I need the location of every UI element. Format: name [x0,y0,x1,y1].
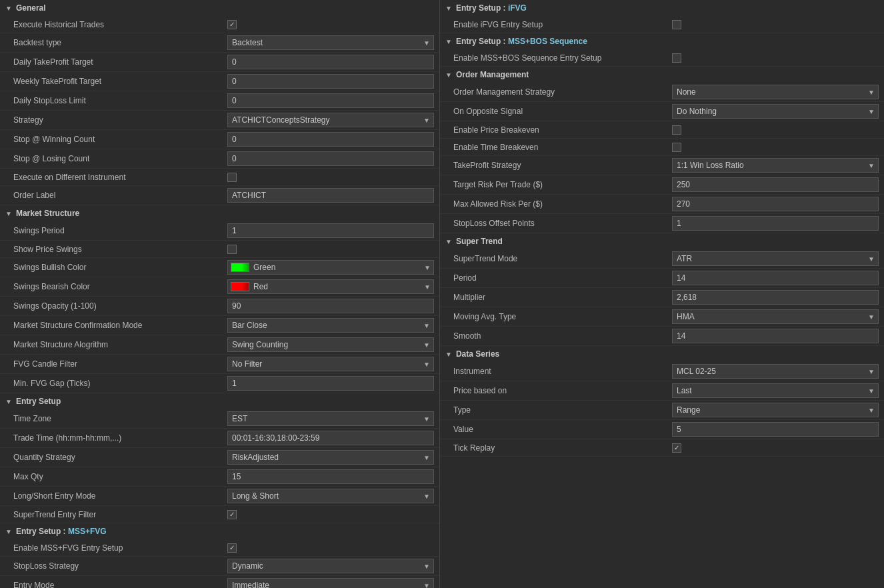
section-content-super-trend: SuperTrend ModeATR▼PeriodMultiplierMovin… [440,249,884,346]
row: Entry ModeImmediate▼ [0,576,439,588]
text-input[interactable] [227,132,434,147]
select-input[interactable]: Immediate [227,578,434,588]
section-header-entry-setup-mssbos[interactable]: ▼Entry Setup : MSS+BOS Sequence [440,33,884,49]
row-label: Show Price Swings [13,245,227,254]
collapse-arrow-icon: ▼ [445,71,452,79]
row: Tick Replay [440,439,884,457]
row: TypeRange▼ [440,401,884,420]
section-content-market-structure: Swings PeriodShow Price SwingsSwings Bul… [0,221,439,393]
text-input[interactable] [227,151,434,166]
select-input[interactable]: Do Nothing [672,104,879,119]
checkbox[interactable] [672,53,681,63]
text-input[interactable] [227,93,434,108]
section-header-entry-setup-ifvg[interactable]: ▼Entry Setup : iFVG [440,0,884,16]
text-input[interactable] [227,223,434,238]
green-swatch [231,263,249,272]
color-select[interactable]: Red▼ [227,279,434,294]
row-label: Time Zone [13,414,227,423]
row: Target Risk Per Trade ($) [440,175,884,195]
section-header-order-management[interactable]: ▼Order Management [440,67,884,83]
text-input[interactable] [227,188,434,203]
row: Max Allowed Risk Per ($) [440,195,884,214]
select-input[interactable]: EST [227,411,434,426]
row-value [227,431,434,445]
row: Weekly TakeProfit Target [0,72,439,91]
text-input[interactable] [227,299,434,313]
row: Order Management StrategyNone▼ [440,83,884,102]
row: Swings Opacity (1-100) [0,297,439,316]
row-value [227,543,434,553]
checkbox[interactable] [672,443,681,453]
row-value [227,20,434,29]
select-input[interactable]: HMA [672,309,879,324]
section-title: Market Structure [16,209,79,218]
checkbox[interactable] [227,543,237,553]
color-select[interactable]: Green▼ [227,260,434,275]
row-value: Immediate▼ [227,578,434,588]
row-value [672,443,879,453]
row-value [227,469,434,484]
checkbox[interactable] [227,20,237,29]
select-input[interactable]: Dynamic [227,559,434,573]
section-header-entry-setup[interactable]: ▼Entry Setup [0,393,439,409]
select-input[interactable]: RiskAdjusted [227,450,434,465]
checkbox[interactable] [227,173,237,182]
row: Execute on Different Instrument [0,169,439,186]
section-header-market-structure[interactable]: ▼Market Structure [0,205,439,221]
select-input[interactable]: Long & Short [227,489,434,503]
text-input[interactable] [672,216,879,231]
text-input[interactable] [672,329,879,343]
select-input[interactable]: No Filter [227,357,434,371]
checkbox[interactable] [227,245,237,254]
row-value: Backtest▼ [227,35,434,50]
text-input[interactable] [672,177,879,192]
checkbox[interactable] [672,20,681,29]
select-input[interactable]: 1:1 Win Loss Ratio [672,158,879,173]
select-input[interactable]: Last [672,383,879,398]
checkbox[interactable] [672,143,681,152]
row-label: Swings Opacity (1-100) [13,301,227,311]
row-value [227,151,434,166]
row-label: Instrument [453,367,672,376]
text-input[interactable] [672,271,879,285]
row-value: Dynamic▼ [227,559,434,573]
row-value: Green▼ [227,260,434,275]
row-label: Price based on [453,386,672,395]
checkbox[interactable] [672,125,681,135]
text-input[interactable] [227,55,434,69]
select-input[interactable]: ATR [672,251,879,266]
select-input[interactable]: Range [672,403,879,417]
checkbox[interactable] [227,510,237,519]
text-input[interactable] [227,469,434,484]
text-input[interactable] [227,74,434,89]
section-content-entry-setup: Time ZoneEST▼Trade Time (hh:mm-hh:mm,...… [0,409,439,523]
row-value: No Filter▼ [227,357,434,371]
row-label: Enable Price Breakeven [453,125,672,135]
text-input[interactable] [672,290,879,305]
select-input[interactable]: Bar Close [227,318,434,333]
collapse-arrow-icon: ▼ [445,38,452,45]
section-header-entry-setup-mssfvg[interactable]: ▼Entry Setup : MSS+FVG [0,523,439,539]
text-input[interactable] [672,197,879,211]
row-label: FVG Candle Filter [13,359,227,369]
text-input[interactable] [672,422,879,437]
chevron-down-icon: ▼ [424,283,431,291]
select-input[interactable]: Backtest [227,35,434,50]
row: Enable MSS+FVG Entry Setup [0,539,439,557]
select-input[interactable]: None [672,85,879,99]
select-input[interactable]: MCL 02-25 [672,364,879,379]
section-header-general[interactable]: ▼General [0,0,439,16]
row-label: Order Label [13,191,227,200]
section-header-super-trend[interactable]: ▼Super Trend [440,233,884,249]
row-label: SuperTrend Mode [453,254,672,263]
text-input[interactable] [227,376,434,391]
row: Market Structure AlogrithmSwing Counting… [0,335,439,355]
text-input[interactable] [227,431,434,445]
row-value [672,329,879,343]
select-input[interactable]: ATCHICTConceptsStrategy [227,113,434,127]
row-label: Max Qty [13,472,227,481]
row: StopLoss StrategyDynamic▼ [0,557,439,576]
section-title: Super Trend [456,237,503,246]
select-input[interactable]: Swing Counting [227,337,434,352]
section-header-data-series[interactable]: ▼Data Series [440,346,884,362]
